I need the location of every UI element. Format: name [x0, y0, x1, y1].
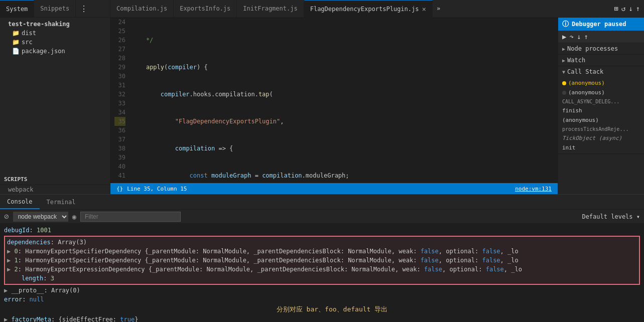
- step-over-icon[interactable]: ↓: [628, 5, 632, 13]
- console-line-deps: dependencies: Array(3): [7, 238, 637, 247]
- scripts-header: Scripts: [0, 174, 110, 185]
- call-stack-header[interactable]: ▼ Call Stack: [558, 66, 644, 77]
- stack-dot-icon-1: [562, 91, 566, 95]
- tab-flagdependency[interactable]: FlagDependencyExportsPlugin.js ×: [304, 0, 433, 17]
- node-select[interactable]: node webpack: [13, 212, 68, 222]
- clear-console-icon[interactable]: ⊘: [4, 212, 9, 221]
- split-editor-icon[interactable]: ⊞: [614, 5, 618, 13]
- sidebar-tab-section: System Snippets ⋮: [0, 0, 110, 17]
- tree-item-package-json[interactable]: 📄 package.json: [0, 47, 110, 56]
- console-toolbar: ⊘ node webpack ◉ Default levels ▾: [0, 210, 644, 224]
- node-ref[interactable]: node:vm:131: [515, 186, 552, 192]
- line-numbers: 24 25 26 27 28 29 30 31 32 33 34 35 36 3…: [110, 18, 130, 183]
- file-icon: 📄: [12, 48, 20, 55]
- tab-bar: System Snippets ⋮ Compilation.js Exports…: [0, 0, 644, 18]
- stack-item-3[interactable]: finish: [558, 106, 644, 115]
- watch-header[interactable]: ▶ Watch: [558, 55, 644, 66]
- stack-item-5[interactable]: processTicksAndReje...: [558, 125, 644, 133]
- stack-item-7[interactable]: init: [558, 143, 644, 152]
- step-over-btn[interactable]: ↷: [569, 33, 573, 41]
- node-processes-section: ▶ Node processes: [558, 43, 644, 55]
- code-lines-container: 24 25 26 27 28 29 30 31 32 33 34 35 36 3…: [110, 18, 558, 183]
- arrow-right-icon: ▶: [562, 46, 565, 52]
- console-line-factorymeta[interactable]: ▶ factoryMeta: {sideEffectFree: true}: [4, 315, 640, 322]
- tab-initfragment[interactable]: InitFragment.js: [237, 0, 304, 17]
- annotation-line: 分别对应 bar、foo、default 导出: [4, 304, 640, 315]
- folder-icon: 📁: [12, 30, 20, 37]
- dependencies-highlight: dependencies: Array(3) ▶ 0: HarmonyExpor…: [4, 236, 640, 285]
- more-tabs-button[interactable]: »: [433, 0, 444, 17]
- step-into-btn[interactable]: ↓: [577, 33, 581, 41]
- console-line-dep1[interactable]: ▶ 1: HarmonyExportSpecifierDependency {_…: [7, 256, 637, 265]
- call-stack-content: (anonymous) (anonymous) CALL_ASYNC_DELEG…: [558, 77, 644, 153]
- debug-status: Debugger paused: [558, 18, 644, 31]
- log-levels-dropdown[interactable]: Default levels ▾: [582, 213, 640, 220]
- tab-snippets[interactable]: Snippets: [34, 0, 76, 17]
- stack-item-4[interactable]: (anonymous): [558, 115, 644, 125]
- status-bar: {} Line 35, Column 15 node:vm:131: [110, 183, 558, 194]
- tree-item-dist[interactable]: 📁 dist: [0, 29, 110, 38]
- console-line-dep0[interactable]: ▶ 0: HarmonyExportSpecifierDependency {_…: [7, 247, 637, 256]
- right-panel: Debugger paused ▶ ↷ ↓ ↑ ▶ Node processes…: [558, 18, 644, 194]
- filter-input[interactable]: [80, 212, 181, 222]
- tab-exportsinfo[interactable]: ExportsInfo.js: [174, 0, 237, 17]
- call-stack-section: ▼ Call Stack (anonymous) (anonymous) CAL…: [558, 66, 644, 154]
- stack-dot-icon: [562, 81, 566, 85]
- tree-root[interactable]: test-tree-shaking: [0, 20, 110, 29]
- dependencies-block: dependencies: Array(3) ▶ 0: HarmonyExpor…: [4, 236, 640, 285]
- eye-icon[interactable]: ◉: [72, 213, 76, 221]
- cursor-position: Line 35, Column 15: [127, 186, 187, 192]
- console-line-debugid: debugId: 1001: [4, 226, 640, 235]
- watch-section: ▶ Watch: [558, 55, 644, 66]
- step-into-icon[interactable]: ↑: [636, 5, 640, 13]
- console-tabs: Console Terminal: [0, 195, 644, 210]
- format-icon[interactable]: {}: [116, 186, 123, 192]
- stack-item-async: TickObject (async): [558, 133, 644, 143]
- close-tab-icon[interactable]: ×: [422, 5, 426, 13]
- tab-system[interactable]: System: [0, 0, 34, 17]
- console-line-error: error: null: [4, 295, 640, 304]
- sidebar-more-button[interactable]: ⋮: [76, 0, 92, 17]
- main-area: test-tree-shaking 📁 dist 📁 src 📄 package…: [0, 18, 644, 194]
- bottom-panel: Console Terminal ⊘ node webpack ◉ Defaul…: [0, 194, 644, 322]
- code-editor[interactable]: 24 25 26 27 28 29 30 31 32 33 34 35 36 3…: [110, 18, 558, 183]
- step-out-btn[interactable]: ↑: [584, 33, 588, 41]
- editor-area: 24 25 26 27 28 29 30 31 32 33 34 35 36 3…: [110, 18, 558, 194]
- arrow-down-icon-callstack: ▼: [562, 69, 565, 75]
- sidebar: test-tree-shaking 📁 dist 📁 src 📄 package…: [0, 18, 110, 194]
- file-tree: test-tree-shaking 📁 dist 📁 src 📄 package…: [0, 18, 110, 174]
- tree-item-src[interactable]: 📁 src: [0, 38, 110, 47]
- node-processes-header[interactable]: ▶ Node processes: [558, 43, 644, 54]
- tab-terminal[interactable]: Terminal: [40, 195, 83, 209]
- console-line-length: length: 3: [7, 274, 637, 283]
- undo-icon[interactable]: ↺: [621, 5, 625, 13]
- code-content: */ apply(compiler) { compiler.hooks.comp…: [130, 18, 558, 183]
- tab-console[interactable]: Console: [0, 195, 40, 209]
- play-btn[interactable]: ▶: [562, 33, 566, 41]
- console-output: debugId: 1001 dependencies: Array(3) ▶ 0…: [0, 224, 644, 322]
- console-line-dep2[interactable]: ▶ 2: HarmonyExportExpressionDependency {…: [7, 265, 637, 274]
- console-line-proto[interactable]: ▶ __proto__: Array(0): [4, 286, 640, 295]
- stack-item-2[interactable]: CALL_ASYNC_DELEG...: [558, 97, 644, 106]
- arrow-right-icon-watch: ▶: [562, 58, 565, 63]
- stack-item-1[interactable]: (anonymous): [558, 88, 644, 97]
- editor-tab-section: Compilation.js ExportsInfo.js InitFragme…: [110, 0, 610, 17]
- folder-icon-src: 📁: [12, 39, 20, 46]
- editor-actions: ⊞ ↺ ↓ ↑: [610, 5, 644, 13]
- tab-compilation[interactable]: Compilation.js: [110, 0, 174, 17]
- debug-toolbar: ▶ ↷ ↓ ↑: [558, 31, 644, 43]
- webpack-item[interactable]: webpack: [0, 185, 110, 194]
- stack-item-0[interactable]: (anonymous): [558, 78, 644, 88]
